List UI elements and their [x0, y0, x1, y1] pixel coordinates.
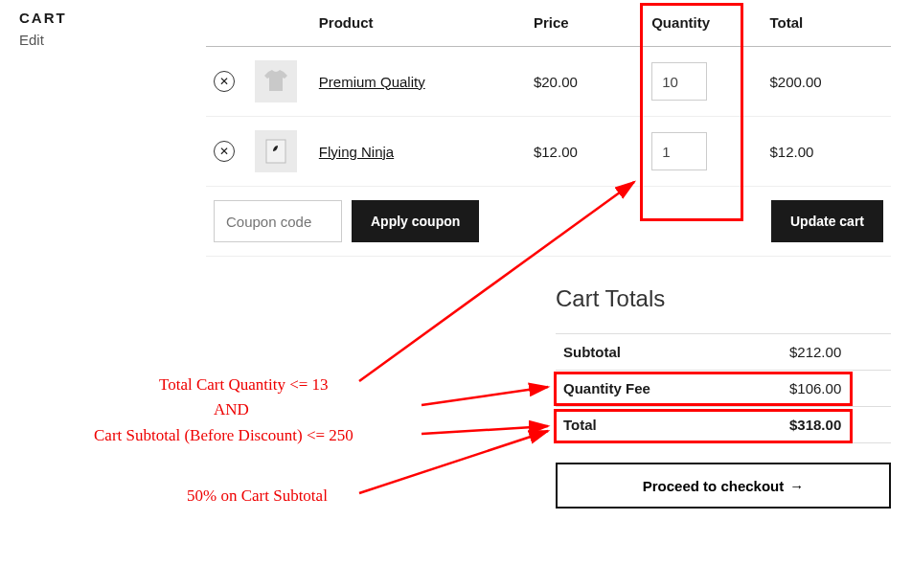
item-total: $200.00: [762, 47, 891, 117]
item-price: $20.00: [526, 47, 644, 117]
proceed-to-checkout-button[interactable]: Proceed to checkout →: [556, 463, 891, 509]
coupon-input[interactable]: [214, 200, 342, 242]
header-product: Product: [311, 5, 526, 47]
product-thumbnail[interactable]: [255, 60, 297, 102]
poster-icon: [261, 136, 291, 167]
arrow-right-icon: →: [789, 478, 804, 494]
apply-coupon-button[interactable]: Apply coupon: [352, 200, 479, 242]
total-value: $318.00: [684, 407, 891, 443]
fee-value: $106.00: [684, 371, 891, 407]
close-icon: ✕: [219, 76, 229, 87]
product-link[interactable]: Flying Ninja: [319, 144, 394, 160]
update-cart-button[interactable]: Update cart: [771, 200, 883, 242]
totals-row-fee: Quantity Fee $106.00: [556, 371, 891, 407]
remove-item-button[interactable]: ✕: [214, 71, 235, 92]
sidebar: CART Edit: [19, 10, 172, 48]
tshirt-icon: [261, 66, 291, 97]
annotation-text-subtotal: Cart Subtotal (Before Discount) <= 250: [94, 426, 353, 445]
sidebar-title: CART: [19, 10, 172, 26]
subtotal-label: Subtotal: [556, 334, 684, 371]
product-link[interactable]: Premium Quality: [319, 74, 425, 90]
quantity-input[interactable]: [651, 62, 707, 101]
quantity-input[interactable]: [651, 132, 707, 170]
header-total: Total: [762, 5, 891, 47]
close-icon: ✕: [219, 146, 229, 157]
totals-row-total: Total $318.00: [556, 407, 891, 443]
annotation-text-qty: Total Cart Quantity <= 13: [159, 375, 329, 395]
totals-table: Subtotal $212.00 Quantity Fee $106.00 To…: [556, 333, 891, 443]
annotation-text-50pct: 50% on Cart Subtotal: [187, 486, 328, 506]
item-price: $12.00: [526, 117, 644, 187]
item-total: $12.00: [762, 117, 891, 187]
checkout-label: Proceed to checkout: [643, 478, 785, 494]
header-quantity: Quantity: [644, 5, 762, 47]
table-row: ✕ Flying Ninja $12.00 $12.00: [206, 117, 891, 187]
totals-row-subtotal: Subtotal $212.00: [556, 334, 891, 371]
total-label: Total: [556, 407, 684, 443]
sidebar-edit-link[interactable]: Edit: [19, 32, 172, 48]
remove-item-button[interactable]: ✕: [214, 141, 235, 162]
fee-label: Quantity Fee: [556, 371, 684, 407]
cart-table: Product Price Quantity Total ✕ Premium Q…: [206, 5, 891, 257]
header-price: Price: [526, 5, 644, 47]
cart-totals-title: Cart Totals: [556, 285, 891, 312]
annotation-text-and: AND: [214, 400, 249, 419]
svg-rect-0: [266, 140, 285, 163]
subtotal-value: $212.00: [684, 334, 891, 371]
product-thumbnail[interactable]: [255, 130, 297, 172]
table-row: ✕ Premium Quality $20.00 $200.00: [206, 47, 891, 117]
cart-totals: Cart Totals Subtotal $212.00 Quantity Fe…: [556, 285, 891, 509]
